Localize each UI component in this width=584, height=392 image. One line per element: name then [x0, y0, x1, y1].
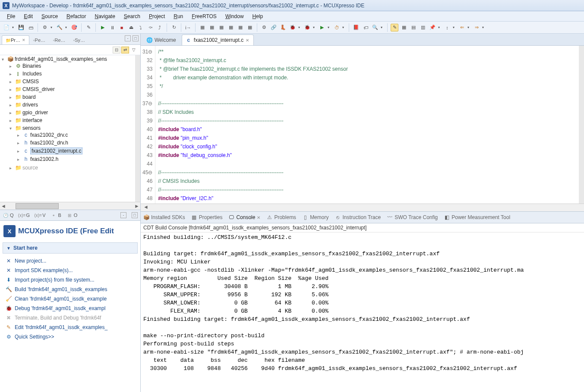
expander-icon[interactable]: ▸: [9, 118, 15, 123]
expander-icon[interactable]: ▾: [2, 57, 7, 62]
close-icon[interactable]: ✕: [246, 38, 249, 43]
tree-node[interactable]: fxas21002_interrupt.c: [30, 147, 82, 154]
quickstart-link[interactable]: 🐞Debug 'frdmk64f_agm01_issdk_exampl: [3, 304, 138, 313]
back-icon[interactable]: ⇐: [458, 24, 466, 31]
book-icon[interactable]: 📕: [352, 24, 360, 31]
misc-icon[interactable]: ▦: [237, 24, 244, 31]
bottom-tab-instruction-trace[interactable]: ⎋Instruction Trace: [335, 214, 381, 220]
quickstart-link[interactable]: ✎Edit 'frdmk64f_agm01_issdk_examples_: [3, 323, 138, 332]
search-icon[interactable]: 🔍: [371, 24, 379, 31]
maximize-icon[interactable]: □: [132, 212, 138, 218]
dropdown-icon[interactable]: ▾: [298, 25, 302, 29]
bottom-tab-swo-trace-config[interactable]: 〰SWO Trace Config: [387, 214, 438, 220]
editor-tab[interactable]: 🌐Welcome: [142, 34, 181, 45]
misc-icon[interactable]: ▦: [208, 24, 216, 31]
dropdown-icon[interactable]: ▾: [12, 25, 16, 29]
tree-node[interactable]: Binaries: [22, 63, 41, 69]
resume-icon[interactable]: ▶: [99, 24, 107, 31]
boot-icon[interactable]: 👢: [279, 24, 287, 31]
console-output[interactable]: Finished building: ../CMSIS/system_MK64F…: [141, 232, 584, 392]
step-into-icon[interactable]: ⤵: [137, 24, 145, 31]
step-return-icon[interactable]: ⤴: [156, 24, 164, 31]
quickstart-link[interactable]: ⚙Quick Settings>>: [3, 332, 138, 342]
new-icon[interactable]: 📄: [3, 24, 10, 31]
dropdown-icon[interactable]: ▾: [467, 25, 471, 29]
step-over-icon[interactable]: ⤼: [146, 24, 154, 31]
instr-step-icon[interactable]: i→: [184, 24, 192, 31]
scroll-right-icon[interactable]: ►: [133, 203, 140, 209]
view-tab[interactable]: ▫ Re…: [49, 35, 69, 44]
close-icon[interactable]: ✕: [22, 38, 25, 42]
menu-refactor[interactable]: Refactor: [62, 12, 90, 21]
expander-icon[interactable]: ▸: [9, 110, 15, 115]
restart-icon[interactable]: ↻: [170, 24, 178, 31]
nav-icon[interactable]: ↕: [443, 24, 451, 31]
scroll-left-icon[interactable]: ◄: [0, 203, 7, 209]
qs-tab[interactable]: ⊞O: [66, 212, 78, 218]
editor-body[interactable]: 31⊖323334353637⊖3839404142434445⊖464748 …: [141, 46, 584, 204]
misc-icon[interactable]: ▦: [199, 24, 206, 31]
grid-icon[interactable]: ▥: [419, 24, 427, 31]
expander-icon[interactable]: ▸: [9, 95, 15, 100]
quickstart-link[interactable]: ✕Import SDK example(s)...: [3, 266, 138, 275]
quickstart-link[interactable]: ⬇Import project(s) from file system...: [3, 275, 138, 285]
bottom-tab-properties[interactable]: ▦Properties: [191, 214, 223, 220]
bottom-tab-console[interactable]: 🖵Console ✕: [228, 214, 260, 220]
wand-icon[interactable]: ✎: [85, 24, 92, 31]
build-icon[interactable]: ⚙: [41, 24, 49, 31]
grid-icon[interactable]: ▤: [410, 24, 417, 31]
expander-icon[interactable]: ▸: [9, 103, 15, 107]
editor-tab[interactable]: cfxas21002_interrupt.c✕: [182, 34, 254, 45]
qs-tab[interactable]: ⚬B: [51, 212, 61, 218]
menu-run[interactable]: Run: [169, 12, 187, 21]
dropdown-icon[interactable]: ▾: [328, 25, 331, 29]
dropdown-icon[interactable]: ▾: [51, 25, 54, 29]
menu-freertos[interactable]: FreeRTOS: [187, 12, 221, 21]
highlight-icon[interactable]: ✎: [391, 24, 398, 31]
misc-icon[interactable]: ▦: [246, 24, 254, 31]
minimize-icon[interactable]: -: [120, 212, 126, 218]
fwd-icon[interactable]: ⇒: [473, 24, 480, 31]
editor-vscroll[interactable]: [579, 46, 584, 204]
tree-node[interactable]: CMSIS_driver: [22, 86, 55, 92]
scroll-left-icon[interactable]: ◄: [141, 204, 151, 210]
qs-tab[interactable]: 🕐Q: [3, 212, 14, 218]
project-tree[interactable]: ▾📦frdmk64f_agm01_issdk_examples_sens▸⚙Bi…: [0, 55, 140, 202]
dropdown-icon[interactable]: ▾: [482, 25, 486, 29]
expander-icon[interactable]: ▸: [9, 87, 15, 92]
view-tab[interactable]: ▫ Pe…: [29, 35, 49, 44]
tree-node[interactable]: frdmk64f_agm01_issdk_examples_sens: [15, 56, 107, 62]
expander-icon[interactable]: ▸: [9, 64, 15, 69]
menu-edit[interactable]: Edit: [19, 12, 37, 21]
pin-icon[interactable]: 📌: [429, 24, 436, 31]
bottom-tab-installed-sdks[interactable]: 📦Installed SDKs: [143, 214, 185, 220]
tree-node[interactable]: CMSIS: [22, 78, 39, 85]
tree-node[interactable]: fxas21002_drv.c: [30, 132, 68, 138]
stop-icon[interactable]: ■: [118, 24, 126, 31]
view-menu-icon[interactable]: ▽: [130, 47, 138, 53]
tree-node[interactable]: source: [22, 165, 38, 171]
misc-icon[interactable]: ▦: [227, 24, 235, 31]
menu-navigate[interactable]: Navigate: [90, 12, 119, 21]
qs-tab[interactable]: (x)=V: [35, 212, 45, 218]
save-icon[interactable]: 💾: [17, 24, 25, 31]
quickstart-link[interactable]: 🧹Clean 'frdmk64f_agm01_issdk_example: [3, 294, 138, 304]
dropdown-icon[interactable]: ▾: [342, 25, 346, 29]
collapse-all-icon[interactable]: ⊟: [113, 47, 120, 53]
close-icon[interactable]: ✕: [257, 215, 260, 220]
expander-icon[interactable]: ▸: [9, 79, 15, 84]
disconnect-icon[interactable]: ⏏: [127, 24, 135, 31]
save-all-icon[interactable]: 🗃: [27, 24, 35, 31]
tree-node[interactable]: sensors: [22, 125, 41, 131]
misc-icon[interactable]: ▦: [218, 24, 225, 31]
menu-file[interactable]: File: [3, 12, 19, 21]
expander-icon[interactable]: ▸: [17, 157, 22, 162]
profile-icon[interactable]: ⏱: [333, 24, 341, 31]
expander-icon[interactable]: ▾: [9, 126, 15, 131]
fold-icon[interactable]: ⊖: [148, 169, 152, 176]
quickstart-link[interactable]: 🔨Build 'frdmk64f_agm01_issdk_examples: [3, 285, 138, 294]
tree-vscroll[interactable]: [135, 55, 140, 202]
maximize-icon[interactable]: □: [133, 35, 139, 41]
dropdown-icon[interactable]: ▾: [313, 25, 316, 29]
fold-icon[interactable]: ⊖: [148, 100, 152, 107]
